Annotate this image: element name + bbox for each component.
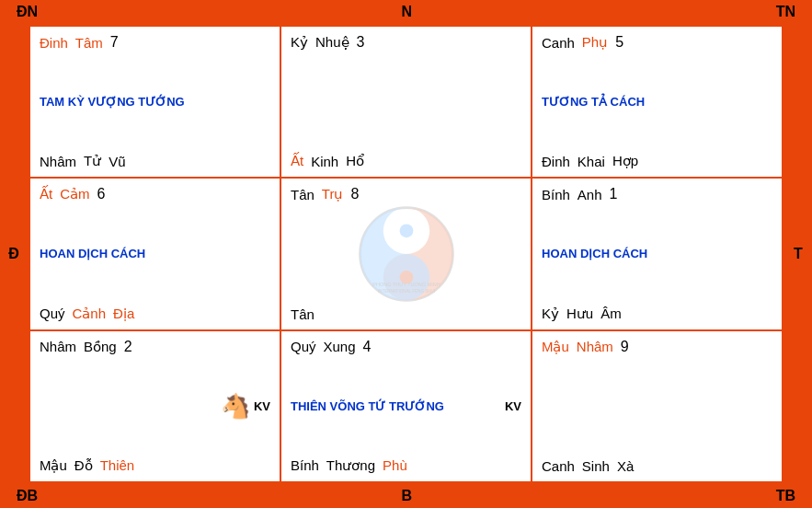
cell-tc-b3: Hổ xyxy=(346,153,364,169)
feng-shui-grid: Đinh Tâm 7 TAM KỲ VƯỢNG TƯỚNG Nhâm Tử Vũ xyxy=(28,24,784,484)
cell-mid-right: Bính Anh 1 HOAN DỊCH CÁCH Kỷ Hưu Âm xyxy=(532,178,783,329)
cell-tl-t1: Đinh xyxy=(40,35,68,51)
compass-n: N xyxy=(402,4,413,20)
cell-bc-kv: KV xyxy=(505,399,521,413)
cell-bc-b1: Bính xyxy=(291,457,319,473)
cell-tr-t1: Canh xyxy=(542,35,575,51)
cell-bl-b2: Đỗ xyxy=(74,457,93,474)
cell-tl-t2: Tâm xyxy=(75,35,103,51)
cell-tr-t2: Phụ xyxy=(582,34,608,51)
cell-ml-b1: Quý xyxy=(40,306,65,321)
cell-tl-b2: Tử xyxy=(84,153,101,169)
cell-tr-num: 5 xyxy=(615,34,623,51)
cell-bl-b3: Thiên xyxy=(100,457,135,473)
cell-mr-b1: Kỷ xyxy=(542,306,559,322)
cell-mr-title: HOAN DỊCH CÁCH xyxy=(542,247,772,260)
cell-top-left: Đinh Tâm 7 TAM KỲ VƯỢNG TƯỚNG Nhâm Tử Vũ xyxy=(29,26,280,178)
cell-br-b2: Sinh xyxy=(582,458,610,474)
cell-tc-b2: Kinh xyxy=(311,154,338,169)
cell-bl-kv-row: 🐴 KV xyxy=(40,392,270,421)
cell-mc-num: 8 xyxy=(350,186,359,202)
cell-mr-b3: Âm xyxy=(600,306,622,321)
cell-mr-num: 1 xyxy=(610,186,618,202)
middle-row: Đ Đinh Tâm 7 TAM KỲ VƯỢNG TƯỚNG Nhâm Tử … xyxy=(0,24,812,484)
cell-mr-b2: Hưu xyxy=(566,306,593,322)
cell-tr-title: TƯƠNG TẢ CÁCH xyxy=(542,95,772,109)
cell-bl-kv: KV xyxy=(254,399,270,413)
cell-bc-t2: Xung xyxy=(324,339,356,354)
compass-b: B xyxy=(402,488,413,504)
cell-bc-b2: Thương xyxy=(326,457,375,474)
cell-tc-t1: Kỷ xyxy=(291,34,308,51)
cell-tl-num: 7 xyxy=(110,34,119,51)
cell-bl-t1: Nhâm xyxy=(40,339,76,354)
cell-tr-b1: Đinh xyxy=(542,154,570,169)
compass-dn: ĐN xyxy=(17,4,38,20)
compass-tn: TN xyxy=(776,4,795,20)
cell-tl-title: TAM KỲ VƯỢNG TƯỚNG xyxy=(40,95,270,109)
cell-mid-center: PHONG THUY TUONG MINH INTERNATIONAL FENG… xyxy=(280,178,532,329)
cell-bc-title-row: THIÊN VÕNG TỨ TRƯỚNG KV xyxy=(291,399,521,413)
cell-mid-left: Ất Cảm 6 HOAN DỊCH CÁCH Quý Cảnh Địa xyxy=(29,178,280,329)
cell-br-t2: Nhâm xyxy=(577,339,613,354)
cell-br-t1: Mậu xyxy=(542,339,569,355)
main-container: ĐN N TN Đ Đinh Tâm 7 TAM KỲ VƯỢNG TƯỚNG … xyxy=(0,0,812,508)
cell-bl-t2: Bồng xyxy=(84,339,117,355)
cell-bc-b3: Phù xyxy=(383,457,407,473)
cell-tc-num: 3 xyxy=(357,34,365,51)
compass-d: Đ xyxy=(0,24,28,484)
cell-bot-right: Mậu Nhâm 9 Canh Sinh Xà xyxy=(532,330,783,482)
cell-tr-b3: Hợp xyxy=(612,153,638,169)
cell-top-center: Kỷ Nhuệ 3 Ất Kinh Hổ xyxy=(280,26,532,178)
cell-tr-b2: Khai xyxy=(578,154,605,169)
bottom-compass-row: ĐB B TB xyxy=(0,484,812,508)
cell-mc-t1: Tân xyxy=(291,187,315,202)
compass-db: ĐB xyxy=(17,488,38,504)
cell-bc-num: 4 xyxy=(363,339,372,355)
cell-mc-b1: Tân xyxy=(291,306,315,322)
compass-t: T xyxy=(784,24,812,484)
cell-bot-left: Nhâm Bồng 2 🐴 KV Mậu Đỗ Thiên xyxy=(29,330,280,482)
cell-bl-b1: Mậu xyxy=(40,457,67,474)
cell-br-num: 9 xyxy=(621,339,629,355)
cell-ml-t1: Ất xyxy=(40,186,52,202)
compass-tb: TB xyxy=(776,488,795,504)
cell-tc-b1: Ất xyxy=(291,153,303,169)
cell-bl-num: 2 xyxy=(124,339,132,355)
cell-mc-t2: Trụ xyxy=(322,186,344,202)
cell-ml-num: 6 xyxy=(97,186,106,202)
cell-bot-center: Quý Xung 4 THIÊN VÕNG TỨ TRƯỚNG KV Bính … xyxy=(280,330,532,482)
cell-bc-t1: Quý xyxy=(291,339,316,354)
cell-tc-t2: Nhuệ xyxy=(315,34,349,51)
cell-br-b1: Canh xyxy=(542,458,575,474)
horse-icon: 🐴 xyxy=(221,392,250,421)
cell-br-b3: Xà xyxy=(617,458,634,474)
top-compass-row: ĐN N TN xyxy=(0,0,812,24)
cell-mr-t1: Bính xyxy=(542,187,570,202)
cell-bc-title: THIÊN VÕNG TỨ TRƯỚNG xyxy=(291,399,444,413)
cell-ml-t2: Cảm xyxy=(60,186,89,202)
cell-ml-title: HOAN DỊCH CÁCH xyxy=(40,247,270,260)
cell-ml-b2: Cảnh xyxy=(73,306,107,322)
cell-tl-b3: Vũ xyxy=(109,154,125,169)
cell-top-right: Canh Phụ 5 TƯƠNG TẢ CÁCH Đinh Khai Hợp xyxy=(532,26,783,178)
cell-tl-b1: Nhâm xyxy=(40,154,76,169)
cell-mr-t2: Anh xyxy=(578,187,602,202)
cell-ml-b3: Địa xyxy=(113,306,134,322)
